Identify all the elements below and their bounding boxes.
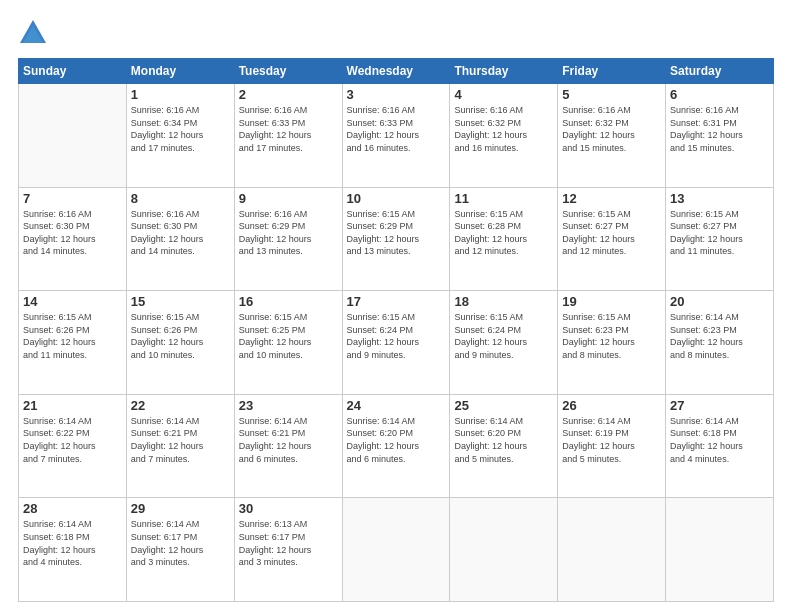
day-info: Sunrise: 6:16 AMSunset: 6:32 PMDaylight:… <box>562 104 661 154</box>
day-number: 25 <box>454 398 553 413</box>
day-info: Sunrise: 6:15 AMSunset: 6:29 PMDaylight:… <box>347 208 446 258</box>
calendar-cell: 22Sunrise: 6:14 AMSunset: 6:21 PMDayligh… <box>126 394 234 498</box>
week-row-3: 21Sunrise: 6:14 AMSunset: 6:22 PMDayligh… <box>19 394 774 498</box>
day-number: 11 <box>454 191 553 206</box>
day-number: 12 <box>562 191 661 206</box>
calendar-cell: 12Sunrise: 6:15 AMSunset: 6:27 PMDayligh… <box>558 187 666 291</box>
day-number: 27 <box>670 398 769 413</box>
day-info: Sunrise: 6:16 AMSunset: 6:29 PMDaylight:… <box>239 208 338 258</box>
week-row-0: 1Sunrise: 6:16 AMSunset: 6:34 PMDaylight… <box>19 84 774 188</box>
day-info: Sunrise: 6:15 AMSunset: 6:25 PMDaylight:… <box>239 311 338 361</box>
weekday-tuesday: Tuesday <box>234 59 342 84</box>
calendar-cell: 6Sunrise: 6:16 AMSunset: 6:31 PMDaylight… <box>666 84 774 188</box>
day-number: 20 <box>670 294 769 309</box>
day-info: Sunrise: 6:16 AMSunset: 6:31 PMDaylight:… <box>670 104 769 154</box>
calendar-cell: 11Sunrise: 6:15 AMSunset: 6:28 PMDayligh… <box>450 187 558 291</box>
day-info: Sunrise: 6:16 AMSunset: 6:34 PMDaylight:… <box>131 104 230 154</box>
day-info: Sunrise: 6:16 AMSunset: 6:33 PMDaylight:… <box>347 104 446 154</box>
calendar-cell: 24Sunrise: 6:14 AMSunset: 6:20 PMDayligh… <box>342 394 450 498</box>
day-info: Sunrise: 6:14 AMSunset: 6:21 PMDaylight:… <box>239 415 338 465</box>
calendar-cell: 13Sunrise: 6:15 AMSunset: 6:27 PMDayligh… <box>666 187 774 291</box>
calendar-cell: 26Sunrise: 6:14 AMSunset: 6:19 PMDayligh… <box>558 394 666 498</box>
day-number: 17 <box>347 294 446 309</box>
calendar-cell <box>342 498 450 602</box>
day-info: Sunrise: 6:16 AMSunset: 6:30 PMDaylight:… <box>131 208 230 258</box>
day-number: 14 <box>23 294 122 309</box>
day-number: 16 <box>239 294 338 309</box>
weekday-row: SundayMondayTuesdayWednesdayThursdayFrid… <box>19 59 774 84</box>
calendar-body: 1Sunrise: 6:16 AMSunset: 6:34 PMDaylight… <box>19 84 774 602</box>
calendar-cell: 4Sunrise: 6:16 AMSunset: 6:32 PMDaylight… <box>450 84 558 188</box>
weekday-wednesday: Wednesday <box>342 59 450 84</box>
day-number: 2 <box>239 87 338 102</box>
day-number: 22 <box>131 398 230 413</box>
day-info: Sunrise: 6:14 AMSunset: 6:17 PMDaylight:… <box>131 518 230 568</box>
day-info: Sunrise: 6:14 AMSunset: 6:22 PMDaylight:… <box>23 415 122 465</box>
day-info: Sunrise: 6:15 AMSunset: 6:26 PMDaylight:… <box>131 311 230 361</box>
day-info: Sunrise: 6:14 AMSunset: 6:20 PMDaylight:… <box>347 415 446 465</box>
day-number: 19 <box>562 294 661 309</box>
day-number: 30 <box>239 501 338 516</box>
weekday-monday: Monday <box>126 59 234 84</box>
calendar-cell: 17Sunrise: 6:15 AMSunset: 6:24 PMDayligh… <box>342 291 450 395</box>
day-info: Sunrise: 6:16 AMSunset: 6:33 PMDaylight:… <box>239 104 338 154</box>
day-number: 5 <box>562 87 661 102</box>
weekday-thursday: Thursday <box>450 59 558 84</box>
calendar-cell: 28Sunrise: 6:14 AMSunset: 6:18 PMDayligh… <box>19 498 127 602</box>
calendar-cell: 30Sunrise: 6:13 AMSunset: 6:17 PMDayligh… <box>234 498 342 602</box>
day-info: Sunrise: 6:15 AMSunset: 6:23 PMDaylight:… <box>562 311 661 361</box>
day-number: 28 <box>23 501 122 516</box>
calendar-cell: 25Sunrise: 6:14 AMSunset: 6:20 PMDayligh… <box>450 394 558 498</box>
calendar-cell: 3Sunrise: 6:16 AMSunset: 6:33 PMDaylight… <box>342 84 450 188</box>
calendar-cell: 21Sunrise: 6:14 AMSunset: 6:22 PMDayligh… <box>19 394 127 498</box>
day-number: 8 <box>131 191 230 206</box>
weekday-saturday: Saturday <box>666 59 774 84</box>
calendar-cell: 5Sunrise: 6:16 AMSunset: 6:32 PMDaylight… <box>558 84 666 188</box>
day-info: Sunrise: 6:14 AMSunset: 6:20 PMDaylight:… <box>454 415 553 465</box>
day-number: 1 <box>131 87 230 102</box>
weekday-sunday: Sunday <box>19 59 127 84</box>
day-info: Sunrise: 6:16 AMSunset: 6:30 PMDaylight:… <box>23 208 122 258</box>
day-info: Sunrise: 6:15 AMSunset: 6:27 PMDaylight:… <box>562 208 661 258</box>
calendar-cell: 23Sunrise: 6:14 AMSunset: 6:21 PMDayligh… <box>234 394 342 498</box>
day-number: 4 <box>454 87 553 102</box>
day-number: 6 <box>670 87 769 102</box>
day-number: 18 <box>454 294 553 309</box>
day-number: 7 <box>23 191 122 206</box>
calendar-cell <box>450 498 558 602</box>
day-info: Sunrise: 6:13 AMSunset: 6:17 PMDaylight:… <box>239 518 338 568</box>
calendar-cell: 16Sunrise: 6:15 AMSunset: 6:25 PMDayligh… <box>234 291 342 395</box>
day-info: Sunrise: 6:15 AMSunset: 6:24 PMDaylight:… <box>454 311 553 361</box>
calendar-cell: 2Sunrise: 6:16 AMSunset: 6:33 PMDaylight… <box>234 84 342 188</box>
day-info: Sunrise: 6:15 AMSunset: 6:26 PMDaylight:… <box>23 311 122 361</box>
day-number: 29 <box>131 501 230 516</box>
logo <box>18 18 52 48</box>
calendar-cell: 7Sunrise: 6:16 AMSunset: 6:30 PMDaylight… <box>19 187 127 291</box>
day-info: Sunrise: 6:14 AMSunset: 6:18 PMDaylight:… <box>23 518 122 568</box>
calendar-cell <box>19 84 127 188</box>
day-info: Sunrise: 6:14 AMSunset: 6:21 PMDaylight:… <box>131 415 230 465</box>
day-info: Sunrise: 6:15 AMSunset: 6:27 PMDaylight:… <box>670 208 769 258</box>
day-number: 9 <box>239 191 338 206</box>
calendar-header: SundayMondayTuesdayWednesdayThursdayFrid… <box>19 59 774 84</box>
calendar-cell: 27Sunrise: 6:14 AMSunset: 6:18 PMDayligh… <box>666 394 774 498</box>
day-number: 26 <box>562 398 661 413</box>
calendar-cell: 20Sunrise: 6:14 AMSunset: 6:23 PMDayligh… <box>666 291 774 395</box>
calendar-cell: 8Sunrise: 6:16 AMSunset: 6:30 PMDaylight… <box>126 187 234 291</box>
calendar-cell <box>666 498 774 602</box>
weekday-friday: Friday <box>558 59 666 84</box>
day-number: 15 <box>131 294 230 309</box>
calendar-cell: 18Sunrise: 6:15 AMSunset: 6:24 PMDayligh… <box>450 291 558 395</box>
calendar: SundayMondayTuesdayWednesdayThursdayFrid… <box>18 58 774 602</box>
week-row-1: 7Sunrise: 6:16 AMSunset: 6:30 PMDaylight… <box>19 187 774 291</box>
day-number: 24 <box>347 398 446 413</box>
calendar-cell <box>558 498 666 602</box>
calendar-cell: 14Sunrise: 6:15 AMSunset: 6:26 PMDayligh… <box>19 291 127 395</box>
header <box>18 18 774 48</box>
week-row-4: 28Sunrise: 6:14 AMSunset: 6:18 PMDayligh… <box>19 498 774 602</box>
day-number: 21 <box>23 398 122 413</box>
day-number: 23 <box>239 398 338 413</box>
calendar-cell: 19Sunrise: 6:15 AMSunset: 6:23 PMDayligh… <box>558 291 666 395</box>
day-number: 13 <box>670 191 769 206</box>
day-info: Sunrise: 6:14 AMSunset: 6:18 PMDaylight:… <box>670 415 769 465</box>
